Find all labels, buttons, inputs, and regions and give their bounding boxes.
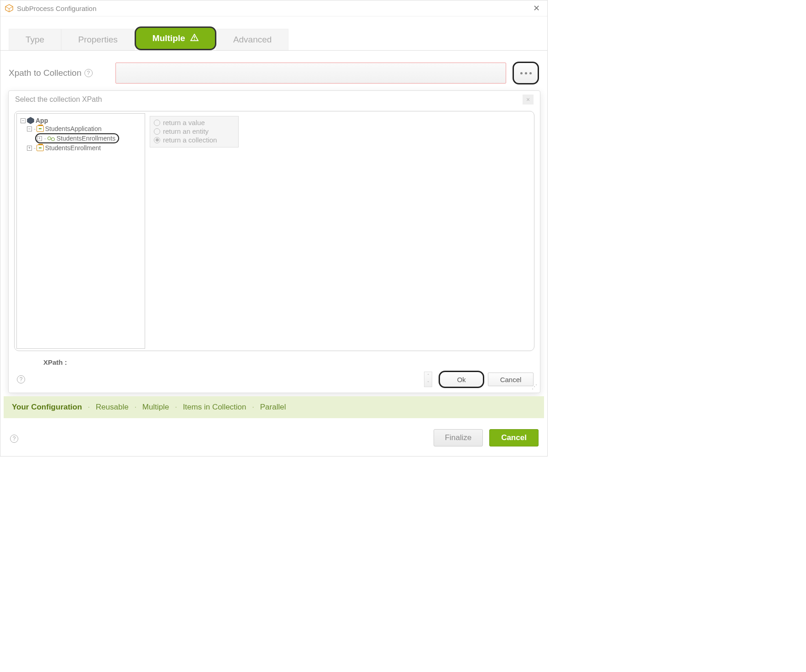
tree-root-label: App [36, 117, 48, 124]
config-multiple: Multiple [142, 403, 169, 411]
xpath-to-collection-label: Xpath to Collection ? [9, 68, 109, 78]
svg-point-4 [194, 39, 195, 40]
window-title: SubProcess Configuration [17, 5, 96, 12]
window-close-button[interactable]: ✕ [530, 3, 543, 13]
radio-return-value[interactable]: return a value [154, 118, 235, 127]
tab-multiple[interactable]: Multiple [135, 26, 216, 50]
dialog-close-button[interactable]: × [523, 94, 534, 105]
cancel-button[interactable]: Cancel [489, 429, 539, 446]
config-items: Items in Collection [183, 403, 246, 411]
return-type-panel: return a value return an entity return a… [145, 113, 532, 349]
chevron-down-icon: ˅ [427, 381, 429, 385]
tree-node-label: StudentsEnrollment [45, 144, 101, 152]
dialog-title: Select the collection XPath [15, 95, 102, 104]
window: SubProcess Configuration ✕ Type Properti… [0, 0, 548, 457]
radio-label: return a collection [163, 136, 217, 144]
expand-icon[interactable]: + [27, 146, 32, 151]
tree-node-label: StudentsApplication [45, 125, 102, 132]
tab-advanced[interactable]: Advanced [216, 29, 289, 50]
radio-return-entity[interactable]: return an entity [154, 127, 235, 136]
ok-button[interactable]: Ok [439, 371, 484, 388]
app-cube-icon [5, 4, 13, 12]
finalize-button[interactable]: Finalize [434, 429, 483, 446]
help-icon[interactable]: ? [84, 69, 93, 77]
tab-type[interactable]: Type [9, 29, 61, 50]
collapse-icon[interactable]: − [21, 118, 26, 123]
radio-icon [154, 120, 160, 126]
tree-node-studentsapplication[interactable]: − ·· StudentsApplication [27, 125, 143, 133]
config-summary-label: Your Configuration [12, 403, 82, 411]
tab-properties[interactable]: Properties [61, 29, 135, 50]
dialog-cancel-button[interactable]: Cancel [488, 373, 534, 386]
tree-root-row[interactable]: − App [21, 116, 143, 125]
tree-connector-icon: ·· [33, 125, 35, 132]
tabs-row: Type Properties Multiple Advanced [0, 26, 547, 51]
tab-multiple-label: Multiple [152, 33, 185, 43]
radio-selected-icon [154, 137, 160, 143]
svg-marker-5 [27, 117, 34, 124]
config-reusable: Reusable [96, 403, 129, 411]
dialog-help-icon[interactable]: ? [17, 375, 25, 383]
chevron-up-icon: ˄ [427, 373, 429, 378]
radio-icon [154, 128, 160, 135]
dialog-footer: XPath : [9, 352, 540, 371]
collapse-icon[interactable]: − [27, 126, 32, 131]
configuration-summary: Your Configuration · Reusable · Multiple… [4, 396, 544, 418]
radio-label: return an entity [163, 127, 209, 135]
xpath-result-label: XPath : [43, 358, 67, 366]
highlighted-tree-node: + ·· StudentsEnrollments [35, 133, 119, 143]
numeric-spinner[interactable]: ˄ ˅ [424, 372, 432, 387]
warning-icon [190, 33, 199, 43]
dialog-body: − App − ·· StudentsApplication + ·· [14, 111, 534, 351]
bottom-action-bar: Finalize Cancel [434, 429, 539, 446]
expand-icon[interactable]: + [37, 136, 42, 141]
xpath-to-collection-input[interactable] [115, 63, 506, 84]
return-type-radio-group: return a value return an entity return a… [150, 116, 239, 147]
xpath-to-collection-label-text: Xpath to Collection [9, 68, 82, 78]
tree-connector-icon: ·· [33, 144, 35, 152]
xpath-browse-button[interactable] [513, 62, 539, 84]
xpath-to-collection-row: Xpath to Collection ? [0, 51, 547, 88]
hexagon-icon [27, 117, 34, 124]
tree-connector-icon: ·· [44, 135, 46, 142]
radio-return-collection[interactable]: return a collection [154, 136, 235, 144]
dialog-header: Select the collection XPath × [9, 91, 540, 109]
titlebar: SubProcess Configuration ✕ [0, 0, 547, 16]
dots-icon [520, 72, 523, 74]
xpath-picker-dialog: Select the collection XPath × − App − ··… [8, 90, 540, 393]
radio-label: return a value [163, 119, 205, 126]
config-parallel: Parallel [260, 403, 286, 411]
page-help-icon[interactable]: ? [10, 435, 18, 443]
resize-grip-icon[interactable]: ⋰ [532, 383, 537, 390]
tree-node-label: StudentsEnrollments [57, 135, 115, 142]
collection-icon [47, 136, 55, 141]
entity-box-icon [37, 126, 44, 132]
tree-panel[interactable]: − App − ·· StudentsApplication + ·· [16, 113, 145, 349]
tree-node-studentsenrollment[interactable]: + ·· StudentsEnrollment [27, 144, 143, 152]
dialog-actions: ? ˄ ˅ Ok Cancel [9, 371, 540, 393]
entity-box-icon [37, 145, 44, 151]
tree-node-studentsenrollments[interactable]: + ·· StudentsEnrollments [35, 133, 143, 144]
